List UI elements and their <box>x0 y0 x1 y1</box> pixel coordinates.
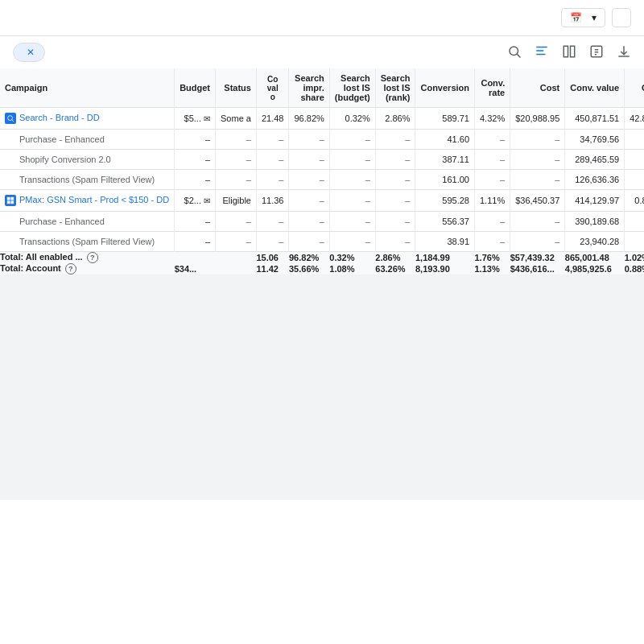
campaign-status-filter[interactable]: ✕ <box>13 43 45 62</box>
td-conv-rate: – <box>475 212 510 232</box>
td-search-lost-rank: – <box>375 212 415 232</box>
td-campaign: Transactions (Spam Filtered View) <box>0 232 175 252</box>
td-cost: $36,450.37 <box>510 190 565 212</box>
col-ctr[interactable]: CTR <box>625 68 644 108</box>
col-search-impr-share[interactable]: Searchimpr.share <box>289 68 329 108</box>
td-budget: – <box>175 170 216 190</box>
td-total-conversion: 1,184.99 <box>415 252 475 264</box>
add-filter-button[interactable] <box>52 49 64 56</box>
td-conversion: 41.60 <box>415 130 475 150</box>
td-total-status <box>216 252 257 264</box>
td-cost: – <box>510 232 565 252</box>
campaigns-table: Campaign Budget Status Covalo Searchimpr… <box>0 68 644 275</box>
col-conv-value[interactable]: Conv. value <box>565 68 625 108</box>
columns-action[interactable] <box>562 44 576 60</box>
td-conversion: 595.28 <box>415 190 475 212</box>
table-header-row: Campaign Budget Status Covalo Searchimpr… <box>0 68 644 108</box>
td-status: Some a <box>216 108 257 130</box>
campaign-name-link[interactable]: Search - Brand - DD <box>19 113 100 122</box>
page-container: 📅 ▾ ✕ <box>0 0 644 644</box>
td-co-val: – <box>256 232 289 252</box>
search-action[interactable] <box>507 44 522 60</box>
td-conversion: 589.71 <box>415 108 475 130</box>
td-status: – <box>216 212 257 232</box>
svg-line-1 <box>517 54 520 57</box>
td-total-search-lost-budget: 0.32% <box>329 252 375 264</box>
calendar-icon: 📅 <box>570 12 582 23</box>
table-row: Search - Brand - DD $5... ✉ Some a 21.48… <box>0 108 644 130</box>
col-campaign[interactable]: Campaign <box>0 68 175 108</box>
td-conversion: 161.00 <box>415 170 475 190</box>
td-search-lost-rank: – <box>375 170 415 190</box>
total-label-text: Total: Account <box>0 263 61 273</box>
campaign-sub-name: Purchase - Enhanced <box>5 217 105 226</box>
td-search-lost-rank: – <box>375 232 415 252</box>
td-total-search-impr: 96.82% <box>289 252 329 264</box>
td-cost: – <box>510 212 565 232</box>
top-bar: 📅 ▾ <box>0 0 644 36</box>
table-row: PMax: GSN Smart - Prod < $150 - DD $2...… <box>0 190 644 212</box>
td-total-conv-value: 865,001.48 <box>565 252 625 264</box>
filter-close-icon: ✕ <box>27 47 35 58</box>
td-total-search-lost-rank: 2.86% <box>375 252 415 264</box>
col-budget[interactable]: Budget <box>175 68 216 108</box>
td-ctr: 42.85% <box>625 108 644 130</box>
td-search-impr: – <box>289 232 329 252</box>
td-search-lost-rank: 2.86% <box>375 108 415 130</box>
download-action[interactable] <box>617 44 631 60</box>
td-campaign: Transactions (Spam Filtered View) <box>0 170 175 190</box>
toolbar-actions <box>507 43 631 62</box>
td-search-lost-rank: – <box>375 150 415 170</box>
total-label-text: Total: All enabled ... <box>0 252 83 262</box>
nav-prev-button[interactable] <box>612 8 631 27</box>
campaign-name-link[interactable]: PMax: GSN Smart - Prod < $150 - DD <box>19 195 169 204</box>
td-co-val: – <box>256 130 289 150</box>
svg-rect-6 <box>571 46 575 57</box>
td-search-lost-budget: – <box>329 150 375 170</box>
col-status[interactable]: Status <box>216 68 257 108</box>
td-conv-rate: 4.32% <box>475 108 510 130</box>
col-conversion[interactable]: Conversion <box>415 68 475 108</box>
td-cost: – <box>510 130 565 150</box>
td-search-impr: 96.82% <box>289 108 329 130</box>
td-cost: $20,988.95 <box>510 108 565 130</box>
campaigns-table-container: Campaign Budget Status Covalo Searchimpr… <box>0 68 644 275</box>
td-conv-value: 414,129.97 <box>565 190 625 212</box>
segment-icon <box>535 43 549 58</box>
td-conv-value: 126,636.36 <box>565 170 625 190</box>
td-co-val: 11.36 <box>256 190 289 212</box>
top-bar-right: 📅 ▾ <box>551 8 631 27</box>
td-campaign: Shopify Conversion 2.0 <box>0 150 175 170</box>
info-icon[interactable]: ? <box>87 252 98 263</box>
svg-rect-15 <box>10 197 14 200</box>
col-search-lost-budget[interactable]: Searchlost IS(budget) <box>329 68 375 108</box>
date-range-selector[interactable]: 📅 ▾ <box>561 8 605 27</box>
td-total-conv-rate: 1.13% <box>475 263 510 275</box>
td-total-search-impr: 35.66% <box>289 263 329 275</box>
reports-action[interactable] <box>589 44 604 60</box>
segment-action[interactable] <box>535 43 549 62</box>
td-conv-value: 289,465.59 <box>565 150 625 170</box>
td-campaign: PMax: GSN Smart - Prod < $150 - DD <box>0 190 175 212</box>
col-co-val[interactable]: Covalo <box>256 68 289 108</box>
td-budget: – <box>175 212 216 232</box>
td-cost: – <box>510 150 565 170</box>
svg-rect-16 <box>7 201 10 204</box>
col-cost[interactable]: Cost <box>510 68 565 108</box>
download-icon <box>617 44 631 59</box>
campaign-sub-name: Transactions (Spam Filtered View) <box>5 237 155 246</box>
table-row: Transactions (Spam Filtered View) – – – … <box>0 170 644 190</box>
td-co-val: 21.48 <box>256 108 289 130</box>
td-status: Eligible <box>216 190 257 212</box>
col-conv-rate[interactable]: Conv.rate <box>475 68 510 108</box>
td-conversion: 556.37 <box>415 212 475 232</box>
info-icon[interactable]: ? <box>65 263 76 275</box>
search-icon <box>507 44 522 59</box>
td-total-co-val: 15.06 <box>256 252 289 264</box>
col-search-lost-rank[interactable]: Searchlost IS(rank) <box>375 68 415 108</box>
td-campaign: Search - Brand - DD <box>0 108 175 130</box>
td-total-label: Total: All enabled ... ? <box>0 252 175 264</box>
td-ctr: – <box>625 212 644 232</box>
table-row: Transactions (Spam Filtered View) – – – … <box>0 232 644 252</box>
td-search-lost-rank: – <box>375 130 415 150</box>
